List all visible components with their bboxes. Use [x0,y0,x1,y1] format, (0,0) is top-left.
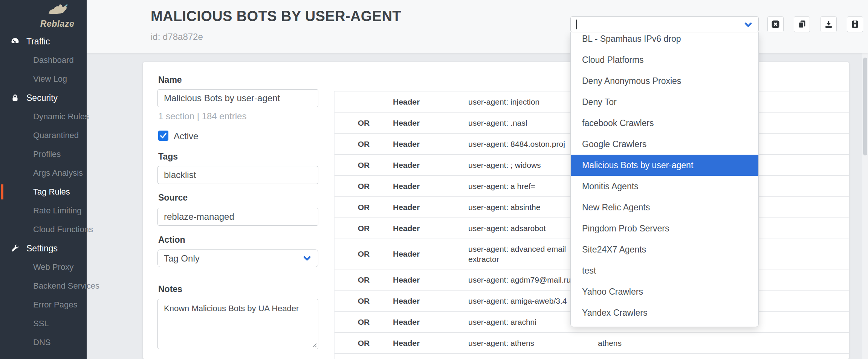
sidebar-section-security[interactable]: Security [0,88,87,107]
row-value: user-agent: athens [468,333,593,353]
nav-label: Quarantined [33,131,79,140]
row-type: Header [393,318,468,327]
dropdown-option[interactable]: Monitis Agents [571,176,758,197]
active-checkbox[interactable] [158,131,168,141]
row-type: Header [393,203,468,212]
tags-input[interactable] [157,166,318,184]
nav-label: Settings [26,243,58,253]
sidebar-item-dashboard[interactable]: Dashboard [0,51,87,70]
source-label: Source [158,193,188,203]
app-root: { "colors": { "accent": "#f15b2a", "sele… [0,0,868,359]
save-icon[interactable] [847,16,863,32]
row-operator: OR [335,224,393,233]
nav-label: Cloud Functions [33,225,93,234]
sidebar-item-profiles[interactable]: Profiles [0,145,87,164]
row-tag: athens [593,339,849,348]
row-operator: OR [335,275,393,284]
action-label: Action [158,235,185,245]
download-icon[interactable] [821,16,837,32]
vertical-scrollbar[interactable] [862,53,868,359]
sidebar-item-backend-services[interactable]: Backend Services [0,277,87,295]
sidebar-item-ssl[interactable]: SSL [0,314,87,333]
nav-label: DNS [33,338,50,347]
sidebar-item-args-analysis[interactable]: Args Analysis [0,164,87,183]
sidebar-item-view-log[interactable]: View Log [0,70,87,88]
dropdown-option[interactable]: Site24X7 Agents [571,239,758,260]
row-value: user-agent: atomic_email_hunter [468,354,593,359]
row-type: Header [393,182,468,191]
dropdown-option[interactable]: Deny Anonymous Proxies [571,70,758,91]
sidebar-section-settings[interactable]: Settings [0,239,87,258]
sidebar-item-tag-rules[interactable]: Tag Rules [0,183,87,201]
source-input[interactable] [157,208,318,226]
rule-selector-combobox[interactable] [570,16,759,32]
nav-label: Security [26,93,58,103]
tags-label: Tags [158,152,178,162]
row-type: Header [393,249,468,259]
table-row[interactable]: OR Header user-agent: atomic_email_hunte… [335,354,849,359]
row-type: Header [393,275,468,284]
nav-label: Error Pages [33,300,77,309]
nav-label: Tag Rules [33,187,70,196]
page-title: MALICIOUS BOTS BY USER-AGENT [151,8,401,24]
row-type: Header [393,297,468,306]
action-select[interactable]: Tag Only [157,249,318,267]
nav-label: View Log [33,74,67,84]
row-type: Header [393,140,468,149]
dropdown-option[interactable]: Deny Tor [571,91,758,113]
row-type: Header [393,161,468,170]
sidebar-section-traffic[interactable]: Traffic [0,32,87,51]
sidebar-item-error-pages[interactable]: Error Pages [0,295,87,314]
wrench-icon [11,244,20,253]
nav-label: Web Proxy [33,262,73,272]
sidebar-item-dynamic-rules[interactable]: Dynamic Rules [0,107,87,126]
page-id: id: d78a872e [151,32,203,42]
nav-label: Backend Services [33,281,99,291]
row-operator: OR [335,318,393,327]
row-operator: OR [335,119,393,128]
dropdown-option[interactable]: BL - Spamhaus IPv6 drop [571,32,758,49]
notes-textarea[interactable]: Known Malicious Bots by UA Header [157,299,318,349]
row-operator: OR [335,297,393,306]
dropdown-option[interactable]: Pingdom Prob Servers [571,218,758,239]
gauge-icon [11,37,20,46]
dropdown-option[interactable]: Yahoo Crawlers [571,281,758,302]
row-type: Header [393,224,468,233]
name-input[interactable] [157,89,318,107]
active-label: Active [174,131,198,141]
dropdown-option[interactable]: New Relic Agents [571,197,758,218]
lock-icon [11,93,20,102]
nav-label: Rate Limiting [33,206,81,215]
rule-selector-dropdown: BL - Spamhaus IPv6 drop Cloud Platforms … [570,32,759,327]
dropdown-option[interactable]: Google Crawlers [571,134,758,155]
dropdown-option[interactable]: Malicious Bots by user-agent [571,155,758,176]
dropdown-option[interactable]: test [571,260,758,281]
scrollbar-thumb[interactable] [863,58,867,155]
sidebar-item-rate-limiting[interactable]: Rate Limiting [0,201,87,220]
action-select-value: Tag Only [164,253,200,264]
x-square-icon[interactable] [767,16,784,32]
name-label: Name [158,75,182,85]
row-type: Header [393,339,468,348]
nav-label: Dashboard [33,55,74,65]
row-type: Header [393,119,468,128]
sections-entries-meta: 1 section | 184 entries [158,111,246,122]
row-operator: OR [335,161,393,170]
sidebar: Reblaze Traffic Dashboard View Log [0,0,87,359]
sidebar-item-web-proxy[interactable]: Web Proxy [0,258,87,277]
nav-label: Traffic [26,37,50,46]
table-row[interactable]: OR Header user-agent: athens athens [335,333,849,354]
sidebar-nav: Traffic Dashboard View Log Security Dyna… [0,32,87,352]
dropdown-option[interactable]: Yandex Crawlers [571,302,758,323]
check-icon [159,131,168,140]
sidebar-item-dns[interactable]: DNS [0,333,87,352]
nav-label: Profiles [33,149,61,159]
copy-icon[interactable] [794,16,810,32]
reblaze-logo[interactable]: Reblaze [35,4,80,29]
dropdown-option[interactable]: facebook Crawlers [571,113,758,134]
sidebar-item-cloud-functions[interactable]: Cloud Functions [0,220,87,239]
sidebar-item-quarantined[interactable]: Quarantined [0,126,87,145]
dropdown-option[interactable]: Cloud Platforms [571,49,758,70]
chevron-down-icon [302,254,312,263]
chevron-down-icon[interactable] [743,20,753,30]
